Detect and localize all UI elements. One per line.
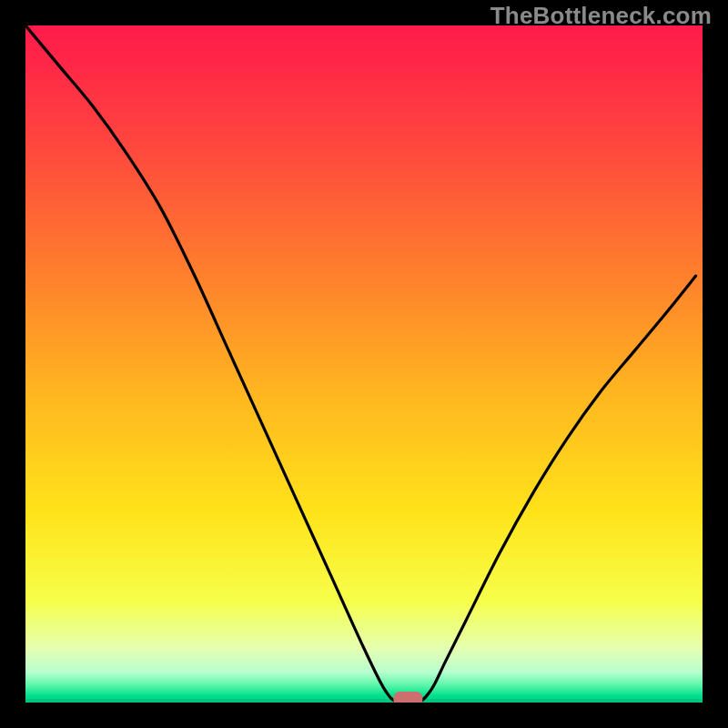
gradient-background — [25, 25, 703, 703]
watermark-text: TheBottleneck.com — [490, 2, 712, 30]
chart-svg — [25, 25, 703, 703]
optimal-marker — [393, 692, 422, 703]
plot-area — [25, 25, 703, 703]
x-axis-baseline — [25, 699, 703, 703]
chart-frame: TheBottleneck.com — [0, 0, 728, 728]
